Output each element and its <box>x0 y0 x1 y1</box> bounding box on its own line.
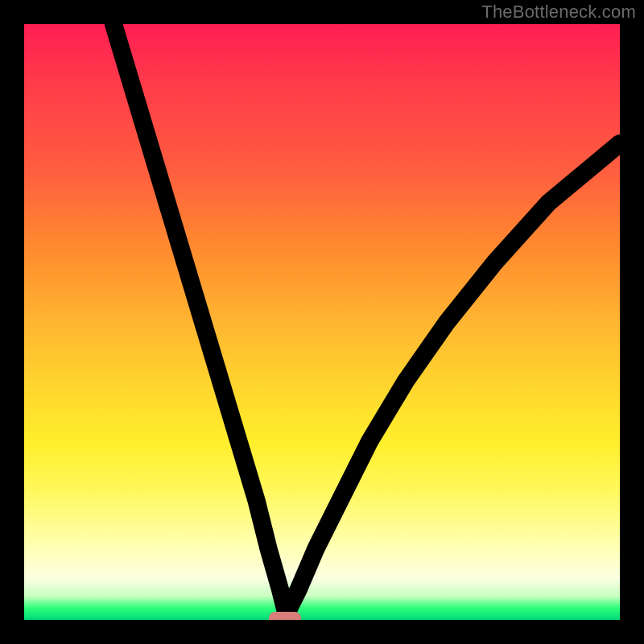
vertex-marker <box>269 612 301 620</box>
bottleneck-curve <box>24 24 620 620</box>
curve-right-branch <box>287 143 620 614</box>
attribution-text: TheBottleneck.com <box>481 2 636 23</box>
chart-frame: TheBottleneck.com <box>0 0 644 644</box>
plot-area <box>24 24 620 620</box>
curve-left-branch <box>114 24 287 614</box>
